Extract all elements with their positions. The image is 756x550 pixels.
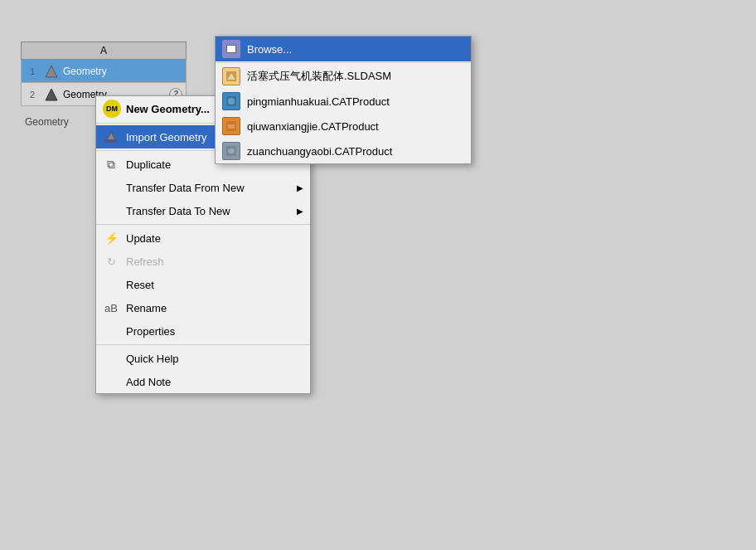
file-item-3[interactable]: zuanchuangyaobi.CATProduct [216,139,471,163]
submenu-separator [216,62,471,63]
row-number: 1 [25,66,40,76]
browse-icon [222,40,240,58]
update-icon: ⚡ [103,230,119,246]
duplicate-icon: ⧉ [103,156,119,173]
file-item-2[interactable]: qiuwanxiangjie.CATProduct [216,114,471,139]
file-icon-1 [222,92,240,110]
svg-marker-1 [46,89,57,100]
rename-icon: aB [103,299,119,316]
col-a-row-1[interactable]: 1 Geometry [21,60,187,83]
file-label-3: zuanchuangyaobi.CATProduct [247,145,392,158]
file-label-0: 活塞式压气机装配体.SLDASM [247,69,391,84]
transfer-from-arrow-icon: ▶ [297,183,303,192]
transfer-to-menu-item[interactable]: Transfer Data To New ▶ [96,199,310,222]
transfer-from-label: Transfer Data From New [126,182,245,194]
add-note-menu-item[interactable]: Add Note [96,370,310,393]
refresh-menu-item[interactable]: ↻ Refresh [96,250,310,273]
properties-label: Properties [126,325,175,338]
svg-point-10 [228,98,235,105]
browse-label: Browse... [247,43,292,56]
svg-rect-12 [228,124,235,129]
update-menu-item[interactable]: ⚡ Update [96,226,310,250]
refresh-icon: ↻ [103,253,119,270]
properties-menu-item[interactable]: Properties [96,319,310,343]
svg-rect-6 [104,139,118,142]
svg-point-14 [228,148,235,153]
import-geometry-submenu: Browse... 活塞式压气机装配体.SLDASM pingmianhuaku… [215,36,472,164]
file-label-2: qiuwanxiangjie.CATProduct [247,120,379,133]
browse-submenu-item[interactable]: Browse... [216,37,471,61]
import-geometry-icon [103,129,119,145]
file-item-0[interactable]: 活塞式压气机装配体.SLDASM [216,64,471,89]
dm-icon: DM [103,100,121,118]
col-a-header: A [21,41,187,60]
duplicate-label: Duplicate [126,158,171,171]
geometry-icon [43,63,60,80]
add-note-label: Add Note [126,376,171,388]
row-1-label: Geometry [63,66,182,77]
refresh-label: Refresh [126,256,164,268]
transfer-to-label: Transfer Data To New [126,205,230,217]
import-geometry-label: Import Geometry [126,131,207,144]
quick-help-menu-item[interactable]: Quick Help [96,347,310,370]
new-geometry-label: New Geometry... [126,103,210,115]
rename-label: Rename [126,302,167,314]
quick-help-label: Quick Help [126,353,179,365]
transfer-to-arrow-icon: ▶ [297,207,303,216]
geometry-bottom-label: Geometry [25,116,69,128]
reset-menu-item[interactable]: Reset [96,273,310,296]
file-label-1: pingmianhuakuai.CATProduct [247,95,390,108]
svg-marker-0 [46,66,57,77]
transfer-from-menu-item[interactable]: Transfer Data From New ▶ [96,176,310,199]
menu-separator-4 [96,344,310,345]
reset-label: Reset [126,279,154,291]
rename-menu-item[interactable]: aB Rename [96,296,310,319]
menu-separator-3 [96,224,310,225]
row-number: 2 [25,90,40,100]
file-icon-0 [222,67,240,85]
file-item-1[interactable]: pingmianhuakuai.CATProduct [216,89,471,114]
update-label: Update [126,232,161,245]
file-icon-2 [222,117,240,135]
geometry-icon-2 [43,86,60,103]
file-icon-3 [222,142,240,160]
